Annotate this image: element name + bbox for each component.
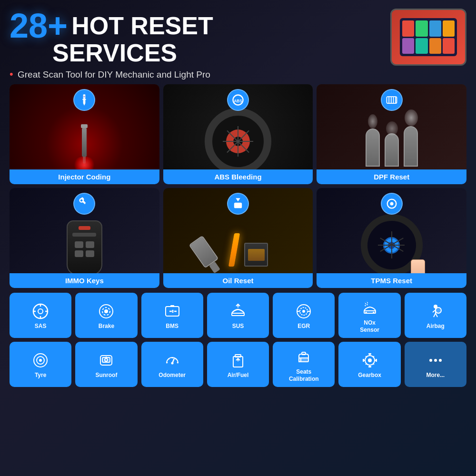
svg-point-30	[302, 310, 305, 313]
screen-tile	[429, 38, 441, 54]
svg-rect-26	[232, 313, 244, 316]
sus-tile[interactable]: SUS	[207, 293, 269, 338]
svg-point-35	[373, 312, 375, 314]
more-tile[interactable]: More...	[405, 342, 466, 387]
svg-point-62	[368, 358, 372, 362]
dpf-icon-badge	[381, 89, 403, 111]
svg-point-20	[104, 309, 108, 313]
svg-rect-22	[170, 305, 174, 307]
seats-tile[interactable]: SeatsCalibration	[273, 342, 335, 387]
title-line1: HOT RESET	[71, 13, 213, 38]
sus-label: SUS	[232, 323, 244, 329]
immo-label: IMMO Keys	[10, 273, 159, 288]
egr-tile[interactable]: EGR	[273, 293, 335, 338]
abs-icon-badge: ABS	[227, 89, 249, 111]
airfuel-tile[interactable]: Air/Fuel	[207, 342, 269, 387]
airfuel-icon	[229, 352, 247, 369]
brake-label: Brake	[99, 323, 114, 329]
nox-tile[interactable]: NOxSensor	[338, 293, 400, 338]
screen-tile	[416, 20, 427, 37]
title-line2: SERVICES	[52, 40, 390, 65]
svg-rect-57	[235, 355, 241, 357]
oil-icon-badge	[227, 193, 249, 215]
service-card-immo[interactable]: IMMO Keys	[10, 188, 159, 288]
odometer-icon	[164, 352, 181, 369]
svg-point-34	[365, 312, 367, 314]
screen-tile	[402, 38, 414, 54]
svg-rect-73	[363, 359, 364, 362]
service-card-tpms[interactable]: TPMS Reset	[317, 188, 466, 288]
nox-icon	[361, 299, 378, 317]
svg-point-2	[84, 96, 86, 98]
more-icon	[427, 352, 444, 369]
oil-label: Oil Reset	[163, 273, 313, 288]
screen-tile	[402, 20, 414, 37]
tyre-label: Tyre	[35, 372, 46, 378]
svg-rect-71	[368, 353, 371, 355]
service-card-oil[interactable]: Oil Reset	[163, 188, 313, 288]
svg-line-68	[373, 356, 374, 357]
dpf-label: DPF Reset	[317, 169, 466, 184]
brake-tile[interactable]: Brake	[75, 293, 137, 338]
svg-rect-74	[376, 359, 377, 362]
screen-tile	[443, 20, 455, 37]
svg-point-11	[390, 202, 393, 206]
odometer-tile[interactable]: Odometer	[141, 342, 203, 387]
sunroof-label: Sunroof	[95, 372, 117, 378]
icons-row-1: SAS Brake BMS	[10, 293, 466, 338]
svg-line-53	[169, 358, 169, 359]
bullet-dot: •	[10, 68, 13, 80]
icons-row-2: Tyre Sunroof	[10, 342, 466, 387]
abs-label: ABS Bleeding	[163, 169, 313, 184]
service-card-injector[interactable]: Injector Coding	[10, 84, 159, 184]
screen-tile	[443, 38, 455, 54]
egr-label: EGR	[298, 323, 310, 329]
service-card-abs[interactable]: ABS	[163, 84, 313, 184]
seats-label: SeatsCalibration	[289, 368, 319, 382]
main-container: 28+ HOT RESET SERVICES • Great Scan Tool…	[0, 0, 476, 393]
more-label: More...	[426, 372, 445, 378]
bms-tile[interactable]: BMS	[141, 293, 203, 338]
title-text-block: HOT RESET	[71, 13, 213, 38]
odometer-label: Odometer	[159, 372, 186, 378]
sas-tile[interactable]: SAS	[10, 293, 71, 338]
tyre-tile[interactable]: Tyre	[10, 342, 71, 387]
svg-rect-1	[83, 99, 86, 100]
svg-point-13	[38, 309, 43, 314]
bms-icon	[164, 303, 181, 320]
gearbox-icon	[361, 352, 378, 369]
svg-line-52	[177, 362, 178, 363]
tpms-label: TPMS Reset	[317, 273, 466, 288]
tyre-icon	[32, 352, 49, 369]
svg-line-51	[167, 362, 168, 363]
svg-line-40	[436, 313, 437, 317]
svg-point-76	[434, 359, 437, 362]
airbag-icon	[427, 303, 444, 320]
header-left: 28+ HOT RESET SERVICES • Great Scan Tool…	[10, 9, 390, 80]
airbag-tile[interactable]: Airbag	[405, 293, 466, 338]
svg-point-75	[429, 359, 432, 362]
svg-line-67	[366, 356, 367, 357]
screen-tile	[429, 20, 441, 37]
sas-icon	[32, 303, 49, 320]
injector-label: Injector Coding	[10, 169, 159, 184]
service-card-dpf[interactable]: DPF Reset	[317, 84, 466, 184]
egr-icon	[295, 303, 312, 320]
svg-point-44	[39, 359, 42, 362]
tpms-icon-badge	[381, 193, 403, 215]
nox-label: NOxSensor	[360, 319, 379, 333]
svg-text:ABS: ABS	[234, 99, 242, 103]
subtitle: • Great Scan Tool for DIY Mechanic and L…	[10, 68, 390, 80]
service-count: 28+	[10, 9, 68, 43]
bms-label: BMS	[166, 323, 178, 329]
services-grid: Injector Coding ABS	[10, 84, 466, 288]
sunroof-tile[interactable]: Sunroof	[75, 342, 137, 387]
svg-point-77	[439, 359, 442, 362]
injector-icon-badge	[73, 89, 95, 111]
title-row: 28+ HOT RESET	[10, 9, 390, 43]
sus-icon	[229, 303, 247, 320]
svg-line-69	[366, 364, 367, 365]
svg-point-41	[436, 307, 441, 313]
gearbox-tile[interactable]: Gearbox	[338, 342, 400, 387]
svg-rect-60	[302, 352, 306, 355]
